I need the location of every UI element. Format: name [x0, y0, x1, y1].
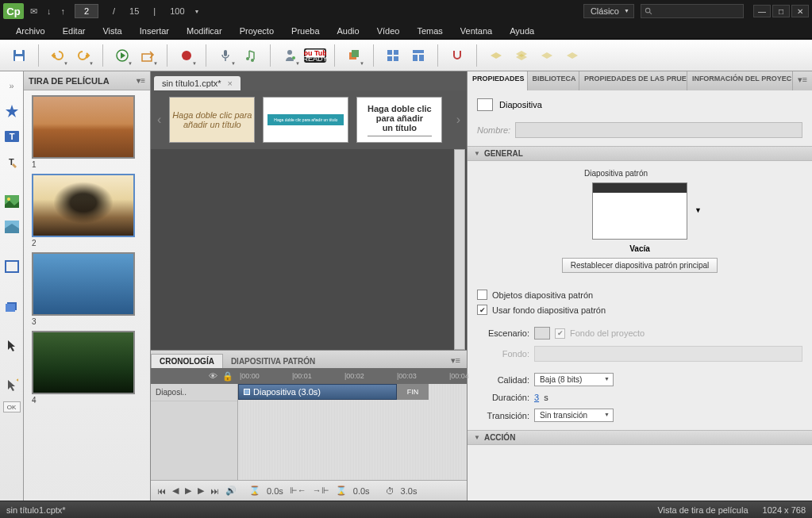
tl-first-icon[interactable]: ⏮ [157, 486, 166, 496]
mail-icon[interactable]: ✉ [30, 6, 37, 17]
stage-color-swatch[interactable] [534, 327, 550, 340]
preview-button[interactable] [111, 44, 133, 67]
image-tool-1[interactable] [2, 192, 21, 211]
audio-note-button[interactable] [240, 44, 262, 67]
reset-master-button[interactable]: Restablecer diapositiva patrón principal [562, 258, 718, 273]
text-hand-tool[interactable]: T [2, 152, 21, 171]
tl-snap-icon2[interactable]: →⊩ [313, 485, 329, 496]
tl-prev-icon[interactable]: ◀ [172, 485, 179, 496]
canvas-scrollbar[interactable] [454, 149, 465, 350]
section-general[interactable]: GENERAL [468, 146, 812, 161]
tl-mute-icon[interactable]: 🔊 [225, 485, 237, 496]
layer1-button[interactable] [485, 44, 507, 67]
slide-thumb-3[interactable]: 3 [32, 252, 142, 326]
text-tool[interactable]: T [2, 127, 21, 146]
menu-insertar[interactable]: Insertar [132, 24, 177, 38]
star-tool[interactable] [2, 102, 21, 121]
snap-button[interactable] [446, 44, 468, 67]
document-tab[interactable]: sin título1.cptx* × [154, 76, 241, 90]
master-slide-thumb[interactable] [592, 182, 687, 240]
filmstrip-options-icon[interactable]: ▾≡ [137, 76, 145, 85]
menu-prueba[interactable]: Prueba [283, 24, 327, 38]
tl-play-icon[interactable]: ▶ [185, 485, 191, 496]
menu-vista[interactable]: Vista [94, 24, 129, 38]
document-tab-label: sin título1.cptx* [162, 79, 221, 88]
shape-tool[interactable] [2, 257, 21, 276]
pointer-tool[interactable] [2, 336, 21, 355]
layout-view-button[interactable] [407, 44, 429, 67]
minimize-button[interactable]: — [753, 5, 771, 17]
theme-option-3[interactable]: Haga doble clic para añadir un título [356, 97, 442, 143]
theme-option-1[interactable]: Haga doble clic para añadir un título [169, 97, 255, 143]
tab-propiedades-prueba[interactable]: PROPIEDADES DE LAS PRUE [579, 71, 687, 90]
close-tab-icon[interactable]: × [228, 79, 233, 88]
zoom-dd-icon[interactable]: ▼ [194, 9, 200, 14]
chk-project-bg: ✔ [555, 328, 565, 339]
actor-button[interactable] [279, 44, 301, 67]
current-page-input[interactable] [75, 4, 98, 18]
youtube-button[interactable]: You TubeREADY [304, 44, 326, 67]
tl-next-icon[interactable]: ▶ [198, 485, 204, 496]
tab-biblioteca[interactable]: BIBLIOTECA [528, 71, 580, 90]
chk-master-bg[interactable]: ✔ [477, 305, 487, 315]
close-button[interactable]: ✕ [791, 5, 809, 17]
tab-propiedades[interactable]: PROPIEDADES [468, 71, 528, 90]
props-options-icon[interactable]: ▾≡ [793, 71, 812, 90]
theme-prev-icon[interactable]: ‹ [157, 113, 161, 127]
statusbar: sin título1.cptx* Vista de tira de pelíc… [0, 501, 812, 518]
section-action[interactable]: ACCIÓN [468, 430, 812, 445]
zoom-level[interactable]: 100 [170, 6, 184, 16]
theme-option-2[interactable]: Haga doble clic para añadir un título [263, 97, 348, 143]
tl-snap-icon[interactable]: ⊩← [290, 485, 306, 496]
tab-cronologia[interactable]: CRONOLOGÍA [151, 354, 223, 368]
chk-master-objects[interactable] [477, 290, 487, 300]
record-button[interactable] [175, 44, 198, 67]
publish-button[interactable] [137, 44, 159, 67]
tl-time-1: 0.0s [267, 486, 283, 496]
timeline-clip[interactable]: Diapositiva (3.0s) [238, 384, 397, 400]
menu-archivo[interactable]: Archivo [8, 24, 53, 38]
slide-thumb-2[interactable]: 2 [32, 174, 142, 247]
theme-next-icon[interactable]: › [456, 113, 460, 127]
maximize-button[interactable]: □ [772, 5, 790, 17]
name-input[interactable] [515, 122, 802, 138]
tl-last-icon[interactable]: ⏭ [210, 486, 219, 496]
ok-button[interactable]: OK [3, 401, 21, 412]
menu-video[interactable]: Vídeo [369, 24, 408, 38]
redo-button[interactable] [72, 44, 94, 67]
menu-audio[interactable]: Audio [329, 24, 368, 38]
layer3-button[interactable] [536, 44, 558, 67]
expand-icon[interactable]: » [2, 76, 21, 95]
workspace-dropdown[interactable]: Clásico [583, 4, 634, 18]
menu-editar[interactable]: Editar [55, 24, 94, 38]
grid-view-button[interactable] [382, 44, 404, 67]
quality-dropdown[interactable]: Baja (8 bits) [534, 373, 614, 386]
save-button[interactable] [8, 44, 30, 67]
up-arrow-icon[interactable]: ↑ [61, 6, 66, 16]
menu-proyecto[interactable]: Proyecto [232, 24, 282, 38]
layer2-button[interactable] [510, 44, 533, 67]
lock-icon[interactable]: 🔒 [222, 371, 233, 382]
tab-info-proyecto[interactable]: INFORMACIÓN DEL PROYEC [687, 71, 793, 90]
menu-temas[interactable]: Temas [409, 24, 450, 38]
properties-panel: PROPIEDADES BIBLIOTECA PROPIEDADES DE LA… [467, 71, 812, 501]
undo-button[interactable] [47, 44, 69, 67]
slide-thumb-4[interactable]: 4 [32, 331, 142, 405]
tab-diapositiva-patron[interactable]: DIAPOSITIVA PATRÓN [223, 355, 323, 368]
transition-dropdown[interactable]: Sin transición [534, 409, 614, 422]
timeline-options-icon[interactable]: ▾≡ [444, 353, 467, 368]
slide-thumb-1[interactable]: 1 [32, 95, 142, 169]
wand-tool[interactable]: ✦ [2, 376, 21, 395]
slides-tool[interactable] [2, 297, 21, 316]
menu-ayuda[interactable]: Ayuda [502, 24, 542, 38]
menu-modificar[interactable]: Modificar [179, 24, 230, 38]
layer4-button[interactable] [561, 44, 583, 67]
audio-mic-button[interactable] [214, 44, 237, 67]
down-arrow-icon[interactable]: ↓ [47, 6, 52, 16]
image-tool-2[interactable] [2, 217, 21, 236]
duration-value[interactable]: 3 [534, 393, 539, 402]
slides-copy-button[interactable] [343, 44, 365, 67]
menu-ventana[interactable]: Ventana [452, 24, 500, 38]
search-input[interactable] [641, 4, 744, 18]
eye-icon[interactable]: 👁 [209, 371, 217, 382]
